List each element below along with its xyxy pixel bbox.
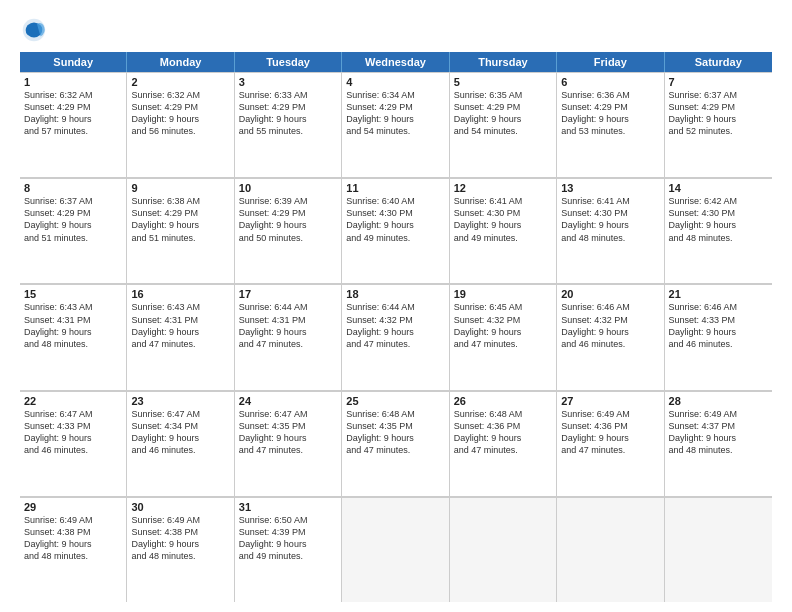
day-number: 5 [454,76,552,88]
day-number: 27 [561,395,659,407]
cal-cell: 27Sunrise: 6:49 AMSunset: 4:36 PMDayligh… [557,391,664,496]
day-number: 28 [669,395,768,407]
day-number: 31 [239,501,337,513]
cal-cell: 24Sunrise: 6:47 AMSunset: 4:35 PMDayligh… [235,391,342,496]
cell-text: Sunrise: 6:42 AMSunset: 4:30 PMDaylight:… [669,195,768,244]
cal-cell: 22Sunrise: 6:47 AMSunset: 4:33 PMDayligh… [20,391,127,496]
day-number: 3 [239,76,337,88]
cell-text: Sunrise: 6:46 AMSunset: 4:33 PMDaylight:… [669,301,768,350]
header-day-thursday: Thursday [450,52,557,72]
cal-cell: 1Sunrise: 6:32 AMSunset: 4:29 PMDaylight… [20,72,127,177]
cal-cell: 2Sunrise: 6:32 AMSunset: 4:29 PMDaylight… [127,72,234,177]
cal-cell [342,497,449,602]
cal-cell [665,497,772,602]
calendar: SundayMondayTuesdayWednesdayThursdayFrid… [20,52,772,602]
header-day-tuesday: Tuesday [235,52,342,72]
cal-cell: 30Sunrise: 6:49 AMSunset: 4:38 PMDayligh… [127,497,234,602]
header-day-wednesday: Wednesday [342,52,449,72]
day-number: 26 [454,395,552,407]
cal-cell: 14Sunrise: 6:42 AMSunset: 4:30 PMDayligh… [665,178,772,283]
week-row-1: 1Sunrise: 6:32 AMSunset: 4:29 PMDaylight… [20,72,772,178]
cell-text: Sunrise: 6:43 AMSunset: 4:31 PMDaylight:… [131,301,229,350]
cal-cell: 18Sunrise: 6:44 AMSunset: 4:32 PMDayligh… [342,284,449,389]
cell-text: Sunrise: 6:46 AMSunset: 4:32 PMDaylight:… [561,301,659,350]
cal-cell: 8Sunrise: 6:37 AMSunset: 4:29 PMDaylight… [20,178,127,283]
cell-text: Sunrise: 6:47 AMSunset: 4:34 PMDaylight:… [131,408,229,457]
cell-text: Sunrise: 6:36 AMSunset: 4:29 PMDaylight:… [561,89,659,138]
cell-text: Sunrise: 6:40 AMSunset: 4:30 PMDaylight:… [346,195,444,244]
cal-cell: 17Sunrise: 6:44 AMSunset: 4:31 PMDayligh… [235,284,342,389]
cell-text: Sunrise: 6:38 AMSunset: 4:29 PMDaylight:… [131,195,229,244]
header-day-monday: Monday [127,52,234,72]
day-number: 7 [669,76,768,88]
cal-cell: 29Sunrise: 6:49 AMSunset: 4:38 PMDayligh… [20,497,127,602]
day-number: 12 [454,182,552,194]
week-row-5: 29Sunrise: 6:49 AMSunset: 4:38 PMDayligh… [20,497,772,602]
cell-text: Sunrise: 6:43 AMSunset: 4:31 PMDaylight:… [24,301,122,350]
header-day-sunday: Sunday [20,52,127,72]
cal-cell: 6Sunrise: 6:36 AMSunset: 4:29 PMDaylight… [557,72,664,177]
calendar-header: SundayMondayTuesdayWednesdayThursdayFrid… [20,52,772,72]
day-number: 6 [561,76,659,88]
cell-text: Sunrise: 6:50 AMSunset: 4:39 PMDaylight:… [239,514,337,563]
cell-text: Sunrise: 6:48 AMSunset: 4:35 PMDaylight:… [346,408,444,457]
cell-text: Sunrise: 6:33 AMSunset: 4:29 PMDaylight:… [239,89,337,138]
cal-cell: 21Sunrise: 6:46 AMSunset: 4:33 PMDayligh… [665,284,772,389]
day-number: 19 [454,288,552,300]
cell-text: Sunrise: 6:39 AMSunset: 4:29 PMDaylight:… [239,195,337,244]
cell-text: Sunrise: 6:35 AMSunset: 4:29 PMDaylight:… [454,89,552,138]
calendar-body: 1Sunrise: 6:32 AMSunset: 4:29 PMDaylight… [20,72,772,602]
week-row-2: 8Sunrise: 6:37 AMSunset: 4:29 PMDaylight… [20,178,772,284]
logo [20,16,52,44]
cal-cell: 13Sunrise: 6:41 AMSunset: 4:30 PMDayligh… [557,178,664,283]
day-number: 16 [131,288,229,300]
day-number: 14 [669,182,768,194]
cal-cell [450,497,557,602]
day-number: 17 [239,288,337,300]
cal-cell: 26Sunrise: 6:48 AMSunset: 4:36 PMDayligh… [450,391,557,496]
cal-cell [557,497,664,602]
cal-cell: 5Sunrise: 6:35 AMSunset: 4:29 PMDaylight… [450,72,557,177]
logo-icon [20,16,48,44]
page: SundayMondayTuesdayWednesdayThursdayFrid… [0,0,792,612]
day-number: 20 [561,288,659,300]
day-number: 18 [346,288,444,300]
week-row-3: 15Sunrise: 6:43 AMSunset: 4:31 PMDayligh… [20,284,772,390]
day-number: 22 [24,395,122,407]
day-number: 4 [346,76,444,88]
day-number: 2 [131,76,229,88]
cal-cell: 3Sunrise: 6:33 AMSunset: 4:29 PMDaylight… [235,72,342,177]
header-day-saturday: Saturday [665,52,772,72]
day-number: 24 [239,395,337,407]
cal-cell: 28Sunrise: 6:49 AMSunset: 4:37 PMDayligh… [665,391,772,496]
cell-text: Sunrise: 6:49 AMSunset: 4:38 PMDaylight:… [131,514,229,563]
day-number: 21 [669,288,768,300]
cal-cell: 7Sunrise: 6:37 AMSunset: 4:29 PMDaylight… [665,72,772,177]
day-number: 30 [131,501,229,513]
cell-text: Sunrise: 6:49 AMSunset: 4:38 PMDaylight:… [24,514,122,563]
cell-text: Sunrise: 6:47 AMSunset: 4:33 PMDaylight:… [24,408,122,457]
cell-text: Sunrise: 6:44 AMSunset: 4:31 PMDaylight:… [239,301,337,350]
day-number: 1 [24,76,122,88]
cell-text: Sunrise: 6:47 AMSunset: 4:35 PMDaylight:… [239,408,337,457]
cal-cell: 4Sunrise: 6:34 AMSunset: 4:29 PMDaylight… [342,72,449,177]
day-number: 11 [346,182,444,194]
header-day-friday: Friday [557,52,664,72]
cell-text: Sunrise: 6:41 AMSunset: 4:30 PMDaylight:… [454,195,552,244]
day-number: 15 [24,288,122,300]
cell-text: Sunrise: 6:48 AMSunset: 4:36 PMDaylight:… [454,408,552,457]
cal-cell: 10Sunrise: 6:39 AMSunset: 4:29 PMDayligh… [235,178,342,283]
cal-cell: 25Sunrise: 6:48 AMSunset: 4:35 PMDayligh… [342,391,449,496]
cell-text: Sunrise: 6:34 AMSunset: 4:29 PMDaylight:… [346,89,444,138]
cell-text: Sunrise: 6:44 AMSunset: 4:32 PMDaylight:… [346,301,444,350]
day-number: 13 [561,182,659,194]
day-number: 25 [346,395,444,407]
cell-text: Sunrise: 6:41 AMSunset: 4:30 PMDaylight:… [561,195,659,244]
cal-cell: 20Sunrise: 6:46 AMSunset: 4:32 PMDayligh… [557,284,664,389]
cal-cell: 31Sunrise: 6:50 AMSunset: 4:39 PMDayligh… [235,497,342,602]
day-number: 23 [131,395,229,407]
cal-cell: 12Sunrise: 6:41 AMSunset: 4:30 PMDayligh… [450,178,557,283]
cal-cell: 23Sunrise: 6:47 AMSunset: 4:34 PMDayligh… [127,391,234,496]
cal-cell: 19Sunrise: 6:45 AMSunset: 4:32 PMDayligh… [450,284,557,389]
cal-cell: 15Sunrise: 6:43 AMSunset: 4:31 PMDayligh… [20,284,127,389]
